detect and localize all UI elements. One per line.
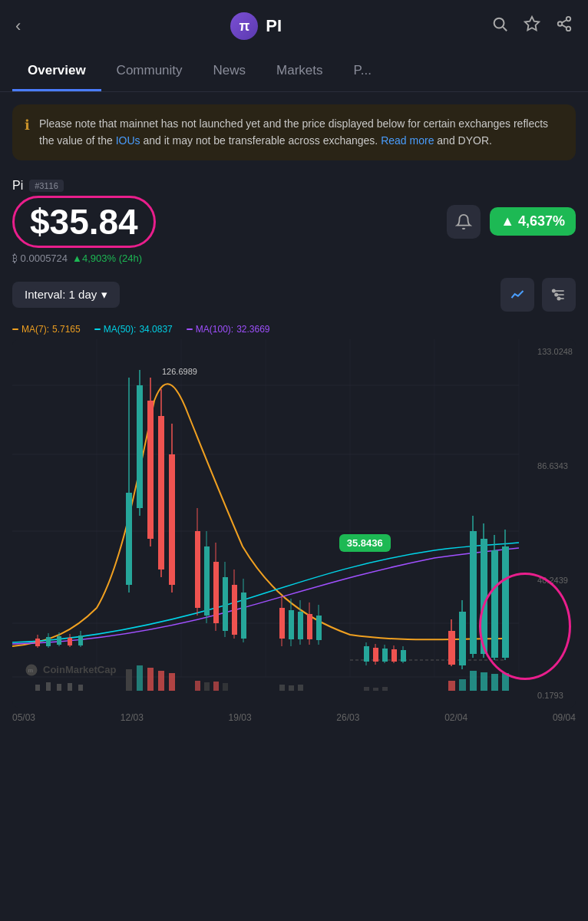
svg-rect-114 [470, 671, 477, 691]
notice-text: Please note that mainnet has not launche… [39, 115, 563, 150]
svg-rect-103 [204, 682, 210, 691]
svg-rect-101 [169, 673, 175, 691]
chart-controls: Interval: 1 day ▾ [0, 272, 588, 318]
svg-rect-94 [57, 684, 61, 691]
svg-rect-104 [213, 682, 219, 691]
svg-point-4 [558, 21, 563, 26]
ma100-value: 32.3669 [236, 324, 269, 335]
ma50-value: 34.0837 [139, 324, 172, 335]
svg-rect-108 [298, 685, 303, 691]
date-label-3: 26/03 [336, 712, 359, 723]
svg-rect-105 [223, 683, 228, 691]
svg-point-5 [567, 27, 571, 31]
svg-rect-116 [491, 674, 498, 691]
svg-rect-111 [382, 687, 388, 691]
svg-rect-102 [195, 681, 200, 691]
date-label-0: 05/03 [12, 712, 35, 723]
ma7-value: 5.7165 [52, 324, 81, 335]
share-button[interactable] [556, 15, 573, 37]
pi-logo-icon: π [230, 12, 258, 40]
svg-rect-117 [502, 673, 509, 691]
svg-rect-100 [158, 671, 164, 691]
interval-label: Interval: 1 day [25, 288, 97, 301]
ious-link[interactable]: IOUs [116, 134, 140, 147]
svg-marker-2 [525, 17, 539, 30]
coin-name: Pi [12, 179, 23, 193]
coin-name-row: Pi #3116 [12, 179, 576, 193]
svg-rect-97 [126, 669, 132, 691]
chevron-down-icon: ▾ [101, 288, 107, 302]
change-badge-text: ▲ 4,637% [500, 213, 565, 229]
nav-tabs: Overview Community News Markets P... [0, 52, 588, 92]
ma-legend: MA(7): 5.7165 MA(50): 34.0837 MA(100): 3… [0, 321, 588, 338]
header-left: ‹ [15, 16, 21, 36]
svg-point-12 [555, 293, 557, 295]
tab-overview[interactable]: Overview [12, 52, 101, 91]
date-label-2: 19/03 [229, 712, 252, 723]
svg-rect-98 [137, 665, 143, 691]
svg-rect-106 [279, 685, 285, 691]
tab-community[interactable]: Community [101, 52, 198, 91]
ma7-item: MA(7): 5.7165 [12, 324, 81, 335]
svg-point-0 [494, 18, 504, 28]
btc-change: ▲4,903% (24h) [72, 253, 142, 264]
svg-point-13 [557, 297, 560, 299]
ma50-item: MA(50): 34.0837 [94, 324, 173, 335]
ma7-color-dot [12, 328, 18, 330]
info-icon: ℹ [25, 117, 30, 134]
tab-markets[interactable]: Markets [261, 52, 338, 91]
price-section: Pi #3116 $35.84 ▲ 4,637% ₿ 0.0005724 ▲4,… [0, 173, 588, 264]
chart-area[interactable]: 133.0248 86.6343 40.2439 0.1793 126.6989… [12, 339, 576, 708]
date-label-4: 02/04 [444, 712, 467, 723]
price-value: $35.84 [12, 196, 156, 248]
star-button[interactable] [524, 15, 540, 37]
btc-row: ₿ 0.0005724 ▲4,903% (24h) [12, 253, 576, 264]
svg-line-7 [562, 20, 567, 23]
interval-button[interactable]: Interval: 1 day ▾ [12, 282, 120, 308]
chart-right-buttons [500, 278, 576, 312]
svg-rect-112 [448, 681, 455, 691]
ma50-color-dot [94, 328, 101, 330]
candlestick-chart[interactable] [12, 339, 576, 708]
price-row: $35.84 ▲ 4,637% [12, 196, 576, 248]
svg-rect-96 [78, 685, 83, 691]
ma100-label: MA(100): [196, 324, 233, 335]
ma7-label: MA(7): [21, 324, 49, 335]
header-right [491, 15, 573, 37]
svg-rect-110 [373, 688, 378, 691]
date-label-5: 09/04 [553, 712, 576, 723]
price-right: ▲ 4,637% [447, 205, 576, 239]
notice-banner: ℹ Please note that mainnet has not launc… [12, 104, 576, 160]
rank-badge: #3116 [29, 180, 64, 192]
back-button[interactable]: ‹ [15, 16, 21, 36]
svg-rect-115 [481, 672, 487, 691]
svg-line-1 [503, 27, 507, 31]
svg-point-3 [567, 17, 571, 21]
header-title: PI [266, 16, 282, 36]
settings-button[interactable] [542, 278, 576, 312]
header: ‹ π PI [0, 0, 588, 52]
line-chart-button[interactable] [500, 278, 534, 312]
header-center: π PI [230, 12, 282, 40]
date-label-1: 12/03 [121, 712, 144, 723]
date-axis: 05/03 12/03 19/03 26/03 02/04 09/04 [0, 708, 588, 723]
svg-rect-99 [147, 668, 154, 691]
bell-button[interactable] [447, 205, 481, 239]
svg-rect-95 [68, 683, 72, 691]
svg-rect-107 [289, 685, 294, 691]
ma50-label: MA(50): [104, 324, 137, 335]
tab-news[interactable]: News [198, 52, 262, 91]
svg-rect-93 [46, 682, 51, 691]
ma100-color-dot [187, 328, 193, 330]
search-button[interactable] [491, 15, 508, 37]
svg-point-11 [553, 289, 555, 292]
ma100-item: MA(100): 32.3669 [187, 324, 270, 335]
read-more-link[interactable]: Read more [381, 134, 434, 147]
svg-rect-113 [459, 679, 466, 691]
change-badge: ▲ 4,637% [490, 207, 576, 236]
svg-rect-109 [364, 687, 369, 691]
btc-price: ₿ 0.0005724 [12, 253, 68, 264]
svg-line-6 [562, 25, 567, 28]
svg-rect-92 [35, 685, 40, 691]
tab-portfolio[interactable]: P... [339, 52, 387, 91]
